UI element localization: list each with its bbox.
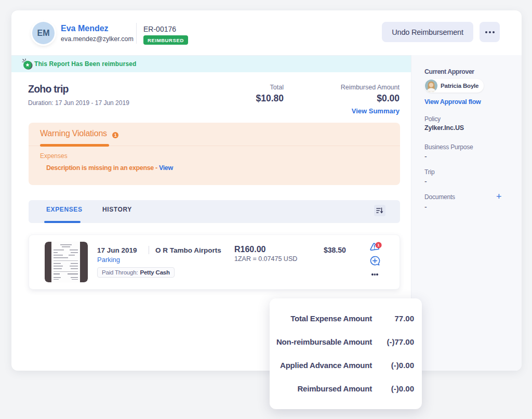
svg-text:1: 1 — [377, 243, 380, 247]
